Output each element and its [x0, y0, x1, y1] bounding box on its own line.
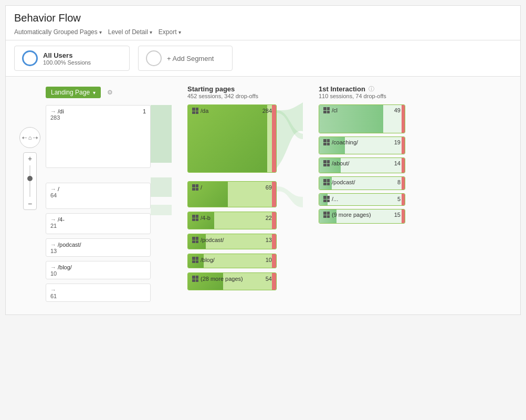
- starting-count-3: 13: [266, 237, 272, 243]
- landing-sub-5: 61: [50, 293, 146, 299]
- toolbar: Automatically Grouped Pages Level of Det…: [14, 28, 512, 36]
- arrow-icon-4: →: [50, 264, 56, 270]
- interaction-node-2[interactable]: /about/ 14: [319, 158, 405, 173]
- landing-header: Landing Page ▾ ⚙: [46, 85, 151, 100]
- starting-count-4: 10: [266, 257, 272, 263]
- add-segment-label: + Add Segment: [167, 55, 214, 62]
- flow-container: ⇠ ⌂ ⇢ + − Landing Pa: [6, 77, 520, 314]
- int-label-3: /podcast/: [332, 179, 395, 185]
- starting-count-2: 22: [266, 215, 272, 221]
- info-icon: ⓘ: [369, 85, 374, 93]
- export-button[interactable]: Export: [159, 28, 181, 36]
- left-controls: ⇠ ⌂ ⇢ + −: [14, 85, 46, 306]
- arrow-icon-1: →: [50, 186, 56, 192]
- landing-node-5[interactable]: → 61: [46, 284, 151, 302]
- starting-node-4[interactable]: /blog/ 10: [187, 254, 277, 268]
- starting-label-4: /blog/: [201, 257, 264, 263]
- interaction-node-0[interactable]: /cl 49: [319, 104, 405, 133]
- zoom-in-button[interactable]: +: [24, 153, 36, 164]
- landing-node-0[interactable]: → /di 1 283: [46, 105, 151, 168]
- int-label-5: (9 more pages): [332, 212, 392, 218]
- grid-icon-5: [192, 276, 198, 282]
- connector-1: [151, 85, 172, 306]
- segment-bar: All Users 100.00% Sessions + Add Segment: [6, 40, 520, 77]
- zoom-track: [29, 165, 30, 197]
- int-grid-icon-0: [323, 107, 330, 113]
- starting-subtitle: 452 sessions, 342 drop-offs: [187, 93, 277, 99]
- landing-page-label[interactable]: Landing Page ▾: [46, 87, 101, 98]
- landing-label-2: /4-: [58, 216, 65, 223]
- int-count-3: 8: [397, 179, 401, 185]
- landing-sub-4: 10: [50, 270, 146, 277]
- starting-label-5: (28 more pages): [201, 276, 264, 282]
- interaction-node-5[interactable]: (9 more pages) 15: [319, 209, 405, 224]
- zoom-out-button[interactable]: −: [24, 198, 36, 209]
- grid-icon-1: [192, 184, 198, 191]
- arrow-icon-5: →: [50, 287, 56, 293]
- int-count-2: 14: [394, 160, 401, 166]
- starting-title: Starting pages: [187, 85, 277, 93]
- grouped-pages-button[interactable]: Automatically Grouped Pages: [14, 28, 102, 36]
- starting-node-2[interactable]: /4-b 22: [187, 212, 277, 229]
- gear-icon[interactable]: ⚙: [107, 89, 113, 96]
- starting-label-3: /podcast/: [201, 237, 264, 243]
- zoom-thumb: [27, 176, 33, 181]
- header: Behavior Flow Automatically Grouped Page…: [6, 6, 520, 40]
- interaction-column: 1st Interaction ⓘ 110 sessions, 74 drop-…: [319, 85, 405, 306]
- landing-node-3[interactable]: → /podcast/ 13: [46, 238, 151, 257]
- interaction-title: 1st Interaction: [319, 85, 365, 93]
- int-grid-icon-3: [323, 179, 330, 185]
- interaction-node-1[interactable]: /coaching/ 19: [319, 136, 405, 154]
- landing-sub-0: 283: [50, 114, 146, 121]
- grid-icon-0: [192, 108, 198, 114]
- int-grid-icon-1: [323, 139, 330, 145]
- int-label-0: /cl: [332, 107, 392, 113]
- starting-label-2: /4-b: [201, 215, 264, 221]
- landing-node-2[interactable]: → /4- 21: [46, 213, 151, 234]
- arrow-icon-3: →: [50, 242, 56, 248]
- starting-node-3[interactable]: /podcast/ 13: [187, 234, 277, 249]
- starting-count-5: 54: [266, 276, 272, 282]
- starting-label-1: /: [201, 184, 264, 191]
- landing-sub-1: 64: [50, 192, 146, 198]
- int-grid-icon-5: [323, 212, 330, 218]
- add-segment[interactable]: + Add Segment: [138, 46, 233, 71]
- landing-node-1[interactable]: → / 64: [46, 183, 151, 209]
- add-segment-circle: [146, 50, 162, 66]
- int-grid-icon-2: [323, 160, 330, 166]
- starting-count-0: 284: [262, 108, 272, 114]
- landing-label-3: /podcast/: [58, 242, 81, 248]
- arrow-icon-0: →: [50, 108, 56, 114]
- starting-node-0[interactable]: /da 284: [187, 104, 277, 173]
- interaction-node-4[interactable]: /... 5: [319, 193, 405, 206]
- page-title: Behavior Flow: [14, 12, 512, 24]
- grid-icon-2: [192, 215, 198, 221]
- landing-label-1: /: [58, 186, 59, 192]
- int-count-1: 19: [394, 139, 401, 145]
- landing-column: Landing Page ▾ ⚙ → /di 1: [46, 85, 151, 306]
- int-count-5: 15: [394, 212, 401, 218]
- segment-1[interactable]: All Users 100.00% Sessions: [14, 46, 130, 71]
- grid-icon-3: [192, 237, 198, 243]
- landing-sub-3: 13: [50, 248, 146, 254]
- starting-count-1: 69: [266, 184, 272, 191]
- landing-label-0: /di: [58, 108, 64, 114]
- starting-node-5[interactable]: (28 more pages) 54: [187, 272, 277, 290]
- starting-column: Starting pages 452 sessions, 342 drop-of…: [187, 85, 277, 306]
- starting-node-1[interactable]: / 69: [187, 181, 277, 207]
- landing-label-4: /blog/: [58, 264, 72, 270]
- segment-sessions: 100.00% Sessions: [43, 59, 91, 66]
- page-container: Behavior Flow Automatically Grouped Page…: [5, 5, 521, 315]
- starting-label-0: /da: [201, 108, 260, 114]
- interaction-node-3[interactable]: /podcast/ 8: [319, 176, 405, 190]
- int-count-0: 49: [394, 107, 401, 113]
- nav-circle[interactable]: ⇠ ⌂ ⇢: [19, 127, 40, 148]
- level-of-detail-button[interactable]: Level of Detail: [108, 28, 152, 36]
- int-label-2: /about/: [332, 160, 392, 166]
- int-label-1: /coaching/: [332, 139, 392, 145]
- arrow-icon-2: →: [50, 216, 56, 223]
- landing-node-4[interactable]: → /blog/ 10: [46, 261, 151, 279]
- landing-sub-2: 21: [50, 223, 146, 229]
- grid-icon-4: [192, 257, 198, 263]
- starting-header: Starting pages 452 sessions, 342 drop-of…: [187, 85, 277, 99]
